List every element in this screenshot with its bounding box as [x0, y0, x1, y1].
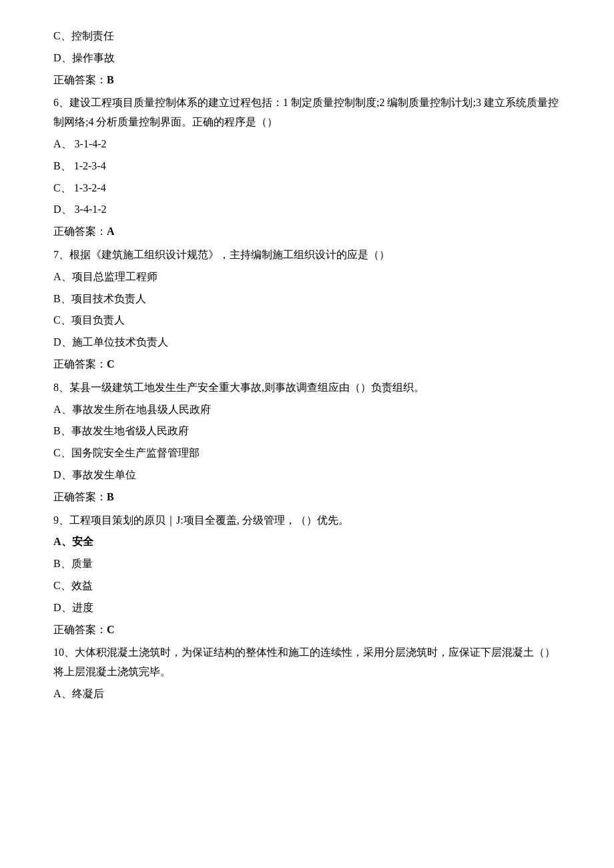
q8-option-a: A、事故发生所在地县级人民政府 — [53, 400, 561, 420]
option-text: B、质量 — [53, 554, 561, 574]
answer-7: 正确答案：C — [53, 355, 561, 374]
q9-option-c: C、效益 — [53, 576, 561, 596]
q7-option-d: D、施工单位技术负责人 — [53, 333, 561, 352]
q9-option-d: D、进度 — [53, 598, 561, 618]
option-c-control: C、控制责任 — [53, 27, 561, 46]
answer-label: 正确答案： — [53, 226, 107, 237]
answer-label: 正确答案： — [53, 358, 107, 370]
option-d-operation: D、操作事故 — [53, 49, 561, 68]
option-text: C、国务院安全生产监督管理部 — [53, 444, 561, 463]
answer-value: B — [107, 74, 114, 85]
question-text: 9、工程项目策划的原贝｜J:项目全覆盖, 分级管理，（）优先。 — [53, 514, 349, 526]
answer-value: A — [107, 226, 115, 237]
answer-value: B — [107, 491, 114, 502]
q10-option-a: A、终凝后 — [53, 685, 561, 704]
option-text: B、 1-2-3-4 — [53, 157, 561, 176]
q9-option-b: B、质量 — [53, 554, 561, 574]
q6-option-d: D、 3-4-1-2 — [53, 200, 561, 220]
answer-label: 正确答案： — [53, 624, 107, 635]
option-text: A、安全 — [53, 532, 561, 552]
answer-9: 正确答案：C — [53, 620, 561, 640]
question-text: 8、某县一级建筑工地发生生产安全重大事故,则事故调查组应由（）负责组织。 — [53, 382, 424, 393]
option-text: A、事故发生所在地县级人民政府 — [53, 400, 561, 420]
option-text: D、事故发生单位 — [53, 466, 561, 485]
q6-option-c: C、 1-3-2-4 — [53, 179, 561, 198]
answer-6: 正确答案：A — [53, 222, 561, 242]
option-text: A、 3-1-4-2 — [53, 135, 561, 154]
option-text: D、 3-4-1-2 — [53, 200, 561, 220]
question-6: 6、建设工程项目质量控制体系的建立过程包括：1 制定质量控制制度;2 编制质量控… — [53, 93, 561, 132]
q8-option-c: C、国务院安全生产监督管理部 — [53, 444, 561, 463]
question-9: 9、工程项目策划的原贝｜J:项目全覆盖, 分级管理，（）优先。 — [53, 511, 561, 530]
q8-option-b: B、事故发生地省级人民政府 — [53, 422, 561, 441]
page-content: C、控制责任 D、操作事故 正确答案：B 6、建设工程项目质量控制体系的建立过程… — [53, 27, 561, 704]
option-text: D、施工单位技术负责人 — [53, 333, 561, 352]
answer-value: C — [107, 624, 115, 635]
option-text: B、项目技术负责人 — [53, 290, 561, 309]
q7-option-b: B、项目技术负责人 — [53, 290, 561, 309]
option-text: C、效益 — [53, 576, 561, 596]
option-text: D、操作事故 — [53, 49, 561, 68]
answer-value: C — [107, 358, 115, 370]
question-8: 8、某县一级建筑工地发生生产安全重大事故,则事故调查组应由（）负责组织。 — [53, 378, 561, 398]
q6-option-b: B、 1-2-3-4 — [53, 157, 561, 176]
option-text: C、控制责任 — [53, 27, 561, 46]
q7-option-c: C、项目负责人 — [53, 311, 561, 330]
option-text: C、 1-3-2-4 — [53, 179, 561, 198]
q6-option-a: A、 3-1-4-2 — [53, 135, 561, 154]
answer-label: 正确答案： — [53, 491, 107, 502]
answer-label: 正确答案： — [53, 74, 107, 85]
question-text: 7、根据《建筑施工组织设计规范》，主持编制施工组织设计的应是（） — [53, 249, 390, 260]
answer-8: 正确答案：B — [53, 488, 561, 507]
q7-option-a: A、项目总监理工程师 — [53, 268, 561, 287]
answer-5: 正确答案：B — [53, 71, 561, 90]
option-text: D、进度 — [53, 598, 561, 618]
question-7: 7、根据《建筑施工组织设计规范》，主持编制施工组织设计的应是（） — [53, 246, 561, 265]
option-text: B、事故发生地省级人民政府 — [53, 422, 561, 441]
option-text: C、项目负责人 — [53, 311, 561, 330]
question-10: 10、大体积混凝土浇筑时，为保证结构的整体性和施工的连续性，采用分层浇筑时，应保… — [53, 643, 561, 682]
option-text: A、终凝后 — [53, 685, 561, 704]
q9-option-a: A、安全 — [53, 532, 561, 552]
option-text: A、项目总监理工程师 — [53, 268, 561, 287]
question-text: 6、建设工程项目质量控制体系的建立过程包括：1 制定质量控制制度;2 编制质量控… — [53, 97, 559, 127]
question-text: 10、大体积混凝土浇筑时，为保证结构的整体性和施工的连续性，采用分层浇筑时，应保… — [53, 646, 555, 677]
q8-option-d: D、事故发生单位 — [53, 466, 561, 485]
